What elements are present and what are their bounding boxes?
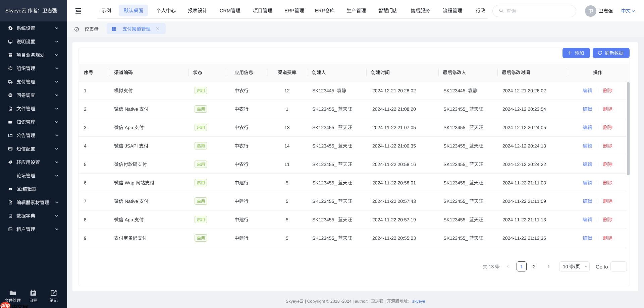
svg-text:R: R <box>10 215 11 218</box>
svg-text:P: P <box>10 202 11 204</box>
